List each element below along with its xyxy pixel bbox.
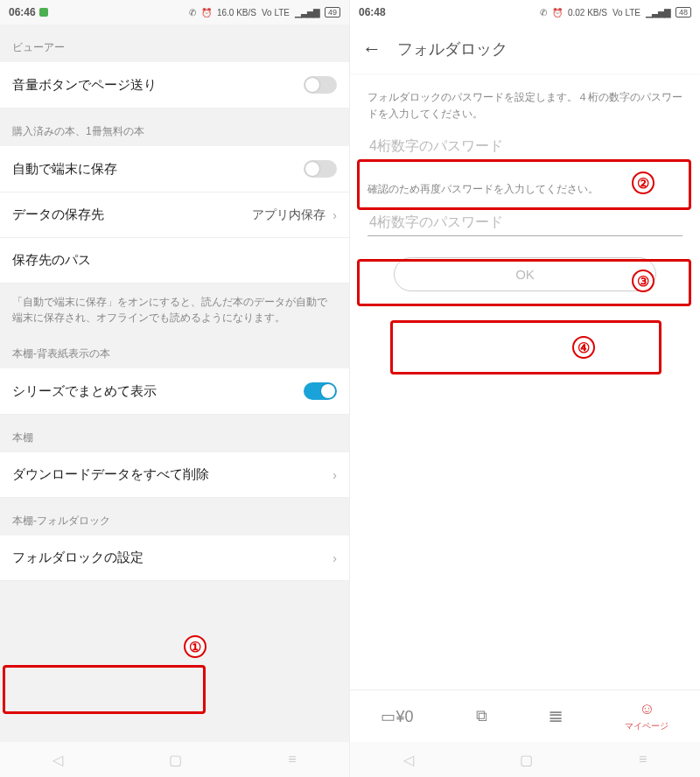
android-nav-bar: ◁ ▢ ≡ [350,742,700,777]
back-button[interactable]: ← [362,38,382,60]
volte-icon: Vo LTE [262,8,290,18]
status-bar-right: 06:48 ✆ ⏰ 0.02 KB/S Vo LTE ▁▃▅▇ 48 [350,0,700,24]
alarm-icon: ⏰ [201,8,212,18]
password-input[interactable] [368,133,682,160]
row-auto-save[interactable]: 自動で端末に保存 [0,146,349,192]
chevron-right-icon: › [332,208,337,222]
auto-save-description: 「自動で端末に保存」をオンにすると、読んだ本のデータが自動で端末に保存され、オフ… [0,284,349,331]
row-series-group[interactable]: シリーズでまとめて表示 [0,368,349,415]
row-label: ダウンロードデータをすべて削除 [12,466,209,483]
store-icon: ⧉ [476,707,487,725]
status-time: 06:48 [359,6,386,18]
row-label: 保存先のパス [12,252,91,269]
toggle-series-group[interactable] [304,382,337,400]
bookshelf-icon: 𝌆 [549,707,563,726]
row-value: アプリ内保存 [252,207,326,223]
helper-text-2: 確認のため再度パスワードを入力してください。 [354,169,696,203]
nav-back-icon[interactable]: ◁ [403,752,414,768]
section-shelf: 本棚 [0,415,349,452]
volte-icon: Vo LTE [612,8,640,18]
nav-back-icon[interactable]: ◁ [52,752,63,768]
mypage-icon: ☺ [639,700,654,718]
page-title: フォルダロック [397,38,508,60]
folder-lock-screen: 06:48 ✆ ⏰ 0.02 KB/S Vo LTE ▁▃▅▇ 48 ← フォル… [350,0,700,777]
toggle-volume-paging[interactable] [304,76,337,94]
android-nav-bar: ◁ ▢ ≡ [0,742,349,777]
net-speed: 16.0 KB/S [217,8,256,18]
section-viewer: ビューアー [0,24,349,62]
nav-label: マイページ [625,720,668,732]
settings-screen: 06:46 ✆ ⏰ 16.0 KB/S Vo LTE ▁▃▅▇ 49 ビューアー… [0,0,350,777]
password-confirm-input[interactable] [368,209,682,236]
toggle-auto-save[interactable] [304,160,337,178]
chevron-right-icon: › [332,468,337,482]
nav-shelf[interactable]: 𝌆 [549,707,563,726]
row-folder-lock-setting[interactable]: フォルダロックの設定 › [0,536,349,581]
battery-indicator: 48 [676,7,691,18]
section-purchased: 購入済みの本、1冊無料の本 [0,108,349,146]
bottom-nav: ▭¥0 ⧉ 𝌆 ☺ マイページ [350,690,700,742]
settings-list: ビューアー 音量ボタンでページ送り 購入済みの本、1冊無料の本 自動で端末に保存… [0,24,349,742]
row-label: シリーズでまとめて表示 [12,383,157,400]
nav-home-icon[interactable]: ▢ [169,752,182,768]
line-app-icon [39,8,48,17]
signal-icon: ▁▃▅▇ [646,8,670,18]
section-spine: 本棚-背表紙表示の本 [0,331,349,368]
section-folder-lock: 本棚-フォルダロック [0,498,349,536]
row-delete-all[interactable]: ダウンロードデータをすべて削除 › [0,452,349,498]
row-save-path[interactable]: 保存先のパス [0,238,349,284]
row-label: 自動で端末に保存 [12,161,117,178]
ok-button[interactable]: OK [394,257,656,291]
nav-recent-icon[interactable]: ≡ [288,752,296,767]
row-save-dest[interactable]: データの保存先 アプリ内保存 › [0,192,349,238]
row-label: 音量ボタンでページ送り [12,77,157,94]
battery-indicator: 49 [325,7,340,18]
free-book-icon: ▭¥0 [381,707,413,726]
net-speed: 0.02 KB/S [568,8,607,18]
row-label: データの保存先 [12,206,104,223]
status-bar-left: 06:46 ✆ ⏰ 16.0 KB/S Vo LTE ▁▃▅▇ 49 [0,0,349,24]
nav-store[interactable]: ⧉ [476,707,487,725]
dnd-icon: ✆ [540,8,547,18]
nav-home-icon[interactable]: ▢ [520,752,533,768]
chevron-right-icon: › [332,551,337,565]
nav-mypage[interactable]: ☺ マイページ [625,700,668,732]
row-label: フォルダロックの設定 [12,550,144,566]
nav-recent-icon[interactable]: ≡ [639,752,647,767]
nav-free[interactable]: ▭¥0 [381,707,413,726]
status-time: 06:46 [9,6,36,18]
app-bar: ← フォルダロック [350,24,700,74]
dnd-icon: ✆ [189,8,196,18]
signal-icon: ▁▃▅▇ [295,8,319,18]
helper-text-1: フォルダロックのパスワードを設定します。４桁の数字のパスワードを入力してください… [354,89,696,128]
folder-lock-form: フォルダロックのパスワードを設定します。４桁の数字のパスワードを入力してください… [350,74,700,690]
alarm-icon: ⏰ [552,8,563,18]
row-volume-paging[interactable]: 音量ボタンでページ送り [0,62,349,108]
